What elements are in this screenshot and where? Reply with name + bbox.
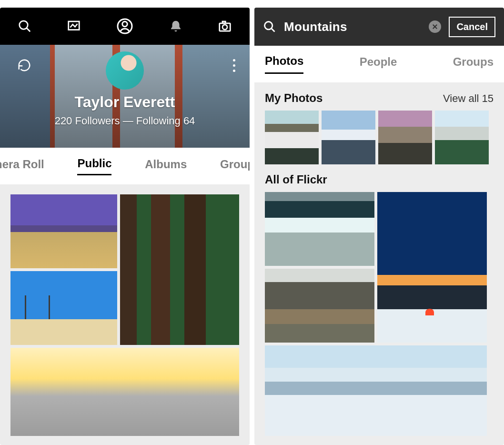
feed-icon[interactable] [67, 19, 81, 33]
profile-icon[interactable] [116, 18, 133, 35]
search-tabs: Photos People Groups [254, 46, 504, 83]
tab-albums[interactable]: Albums [145, 158, 187, 175]
following-count: Following 64 [136, 115, 195, 127]
photo-thumb[interactable] [265, 111, 319, 164]
profile-name: Taylor Everett [0, 93, 250, 111]
photo-thumb[interactable] [265, 345, 487, 436]
photo-thumb[interactable] [435, 111, 489, 164]
followers-count: 220 Followers [55, 115, 120, 127]
photo-thumb[interactable] [265, 192, 374, 266]
photo-thumb[interactable] [377, 192, 487, 343]
stat-separator: — [123, 115, 133, 127]
photo-thumb[interactable] [10, 348, 239, 436]
svg-point-4 [122, 21, 128, 27]
public-photo-grid [0, 185, 250, 445]
tab-camera-roll[interactable]: amera Roll [0, 158, 44, 175]
search-screen: Mountains Cancel Photos People Groups My… [254, 8, 504, 445]
svg-line-1 [27, 28, 30, 32]
refresh-icon[interactable] [17, 58, 31, 72]
svg-point-0 [20, 21, 28, 30]
svg-line-9 [272, 29, 275, 32]
photo-thumb[interactable] [265, 269, 374, 343]
profile-tabs: amera Roll Public Albums Group [0, 148, 250, 185]
tab-public[interactable]: Public [77, 157, 111, 175]
search-tab-people[interactable]: People [360, 55, 397, 73]
svg-point-8 [265, 22, 272, 30]
svg-point-6 [222, 25, 227, 30]
all-flickr-title: All of Flickr [265, 173, 494, 186]
view-all-link[interactable]: View all 15 [443, 92, 494, 105]
photo-thumb[interactable] [378, 111, 432, 164]
clear-search-icon[interactable] [429, 20, 441, 33]
search-input[interactable]: Mountains [284, 20, 421, 34]
all-flickr-grid [265, 192, 494, 436]
photo-thumb[interactable] [120, 194, 239, 345]
search-results: My Photos View all 15 All of Flickr [254, 83, 504, 445]
photo-thumb[interactable] [322, 111, 375, 164]
bell-icon[interactable] [169, 19, 183, 33]
more-icon[interactable] [233, 59, 235, 72]
profile-stats[interactable]: 220 Followers — Following 64 [0, 115, 250, 127]
profile-screen: Taylor Everett 220 Followers — Following… [0, 8, 250, 445]
search-tab-photos[interactable]: Photos [265, 54, 303, 74]
tab-groups[interactable]: Group [220, 158, 250, 175]
svg-rect-7 [222, 21, 225, 23]
my-photos-title: My Photos [265, 91, 323, 105]
photo-thumb[interactable] [10, 194, 117, 268]
profile-cover: Taylor Everett 220 Followers — Following… [0, 45, 250, 148]
search-icon[interactable] [263, 20, 276, 33]
search-tab-groups[interactable]: Groups [453, 55, 494, 73]
search-bar: Mountains Cancel [254, 8, 504, 46]
search-icon[interactable] [18, 19, 32, 33]
bottom-nav [0, 8, 250, 45]
avatar[interactable] [106, 51, 144, 90]
photo-thumb[interactable] [10, 271, 117, 345]
camera-icon[interactable] [218, 19, 232, 33]
my-photos-row [265, 111, 494, 164]
cancel-button[interactable]: Cancel [449, 17, 495, 37]
